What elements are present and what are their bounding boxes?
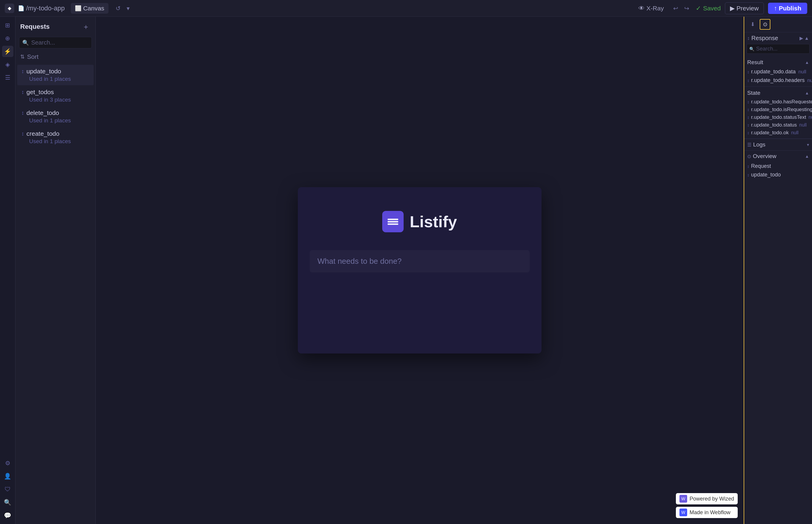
- request-icon-1: ↕: [21, 89, 24, 95]
- sidebar-item-user[interactable]: 👤: [2, 471, 13, 482]
- response-label: Response: [751, 35, 778, 42]
- made-in-webflow-label: Made in Webflow: [689, 509, 731, 516]
- overview-item-1: ↕ update_todo: [744, 170, 812, 179]
- publish-button[interactable]: ↑ Publish: [768, 3, 807, 14]
- undo-redo-controls: ↩ ↪: [671, 3, 691, 13]
- topbar-right: 👁 X-Ray ↩ ↪ ✓ Saved ▶ Preview ↑ Publish: [635, 2, 807, 14]
- app-logo-icon: [382, 211, 404, 232]
- request-sub-1: Used in 3 places: [21, 97, 90, 103]
- right-panel-toolbar: ⬇ ⊙: [744, 17, 812, 32]
- app-input-placeholder: What needs to be done?: [317, 257, 401, 265]
- result-key-0: r.update_todo.data: [751, 69, 796, 75]
- request-name-1: get_todos: [27, 88, 54, 96]
- request-item-create-todo[interactable]: ↕ create_todo Used in 1 places: [17, 127, 94, 148]
- result-icon-1: ↕: [747, 78, 749, 83]
- state-section-header: State ▲: [744, 88, 812, 98]
- left-panel: Requests ＋ 🔍 ⇅ Sort ↕ update_todo Used i…: [15, 17, 96, 524]
- download-button[interactable]: ⬇: [747, 19, 758, 30]
- request-sub-0: Used in 1 places: [21, 76, 90, 82]
- app-name: Listify: [410, 212, 457, 231]
- logs-section: ☰ Logs ▾: [744, 139, 812, 150]
- result-key-1: r.update_todo.headers: [751, 77, 805, 83]
- request-item-update-todo[interactable]: ↕ update_todo Used in 1 places: [17, 65, 94, 85]
- result-collapse-icon: ▲: [805, 60, 809, 65]
- overview-label: Overview: [753, 153, 776, 160]
- publish-icon: ↑: [774, 5, 777, 12]
- file-path-text: /my-todo-app: [26, 4, 65, 12]
- sidebar-item-lightning[interactable]: ⚡: [2, 46, 13, 57]
- main-layout: ⊞ ⊕ ⚡ ◈ ☰ ⚙ 👤 🛡 🔍 💬 Requests ＋ 🔍 ⇅ Sort …: [0, 17, 812, 524]
- sort-icon: ⇅: [20, 53, 25, 60]
- search-icon: 🔍: [22, 39, 29, 46]
- request-item-get-todos[interactable]: ↕ get_todos Used in 3 places: [17, 85, 94, 106]
- sidebar-item-shield[interactable]: 🛡: [2, 484, 13, 495]
- state-icon-0: ↕: [747, 99, 749, 104]
- refresh-button[interactable]: ↺: [114, 3, 123, 13]
- overview-toggle-icon: ▲: [805, 154, 809, 159]
- overview-item-0: ↕ Request: [744, 162, 812, 170]
- state-val-3: null: [799, 122, 807, 128]
- logs-section-header[interactable]: ☰ Logs ▾: [744, 139, 812, 150]
- preview-button[interactable]: ▶ Preview: [725, 2, 764, 14]
- sidebar-item-layers[interactable]: ⊞: [2, 20, 13, 31]
- response-search-input[interactable]: [756, 46, 807, 52]
- made-in-webflow-badge[interactable]: W Made in Webflow: [676, 507, 738, 518]
- overview-section-title: ⊙ Overview: [747, 153, 776, 160]
- app-input-area[interactable]: What needs to be done?: [310, 250, 530, 273]
- dropdown-button[interactable]: ▾: [125, 3, 131, 13]
- undo-button[interactable]: ↩: [671, 3, 681, 13]
- request-name-3: create_todo: [27, 130, 60, 137]
- preview-icon: ▶: [730, 5, 735, 12]
- request-name-2: delete_todo: [27, 109, 59, 116]
- add-request-button[interactable]: ＋: [81, 21, 91, 33]
- sidebar-item-chat[interactable]: 💬: [2, 510, 13, 521]
- request-item-delete-todo[interactable]: ↕ delete_todo Used in 1 places: [17, 107, 94, 127]
- request-name-0: update_todo: [27, 68, 61, 75]
- overview-section: ⊙ Overview ▲ ↕ Request ↕ update_todo: [744, 150, 812, 179]
- request-sub-2: Used in 1 places: [21, 117, 90, 124]
- sidebar-item-list[interactable]: ☰: [2, 72, 13, 83]
- sidebar-item-component[interactable]: ◈: [2, 59, 13, 70]
- file-path: 📄 /my-todo-app: [18, 4, 65, 12]
- overview-label-1: update_todo: [751, 172, 781, 178]
- overview-label-0: Request: [751, 163, 771, 169]
- xray-icon: 👁: [638, 5, 645, 12]
- wized-icon: W: [680, 495, 687, 503]
- redo-button[interactable]: ↪: [682, 3, 691, 13]
- app-logo: ◆: [5, 3, 14, 13]
- saved-label: Saved: [703, 5, 721, 12]
- xray-button[interactable]: 👁 X-Ray: [635, 3, 667, 14]
- inspect-button[interactable]: ⊙: [760, 19, 770, 30]
- result-section: Result ▲ ↕ r.update_todo.data null ↕ r.u…: [744, 56, 812, 86]
- state-key-3: r.update_todo.status: [751, 122, 797, 128]
- sidebar-item-add[interactable]: ⊕: [2, 33, 13, 44]
- svg-rect-1: [387, 221, 398, 223]
- sort-row[interactable]: ⇅ Sort: [15, 51, 95, 63]
- saved-icon: ✓: [696, 5, 701, 12]
- canvas-tab[interactable]: ⬜ Canvas: [71, 3, 109, 14]
- powered-by-wized-label: Powered by Wized: [689, 496, 734, 502]
- sidebar-item-settings[interactable]: ⚙: [2, 457, 13, 469]
- overview-icon: ⊙: [747, 153, 751, 159]
- state-key-2: r.update_todo.statusText: [751, 114, 806, 120]
- publish-label: Publish: [779, 5, 801, 12]
- app-logo-area: Listify: [382, 211, 457, 232]
- state-key-0: r.update_todo.hasRequested: [751, 99, 812, 105]
- overview-section-header[interactable]: ⊙ Overview ▲: [744, 151, 812, 162]
- state-item-2: ↕ r.update_todo.statusText null: [744, 113, 812, 121]
- result-label: Result: [747, 59, 763, 66]
- response-search-box: 🔍: [747, 44, 810, 54]
- right-panel: ⬇ ⊙ ↕ Response ▶ ▲ 🔍 Result ▲: [744, 17, 812, 524]
- powered-by-wized-badge[interactable]: W Powered by Wized: [676, 493, 738, 504]
- state-item-4: ↕ r.update_todo.ok null: [744, 129, 812, 137]
- state-item-0: ↕ r.update_todo.hasRequested fa...: [744, 98, 812, 106]
- sidebar-item-search[interactable]: 🔍: [2, 497, 13, 508]
- state-label: State: [747, 90, 760, 96]
- response-section-header[interactable]: ↕ Response ▶ ▲: [744, 32, 812, 44]
- state-collapse-icon: ▲: [805, 91, 809, 95]
- result-item-headers: ↕ r.update_todo.headers null: [744, 76, 812, 85]
- response-section: ↕ Response ▶ ▲ 🔍 Result ▲ ↕ r.update_tod…: [744, 32, 812, 139]
- search-input[interactable]: [31, 39, 89, 46]
- overview-icon-1: ↕: [747, 173, 749, 177]
- result-val-0: null: [798, 69, 806, 75]
